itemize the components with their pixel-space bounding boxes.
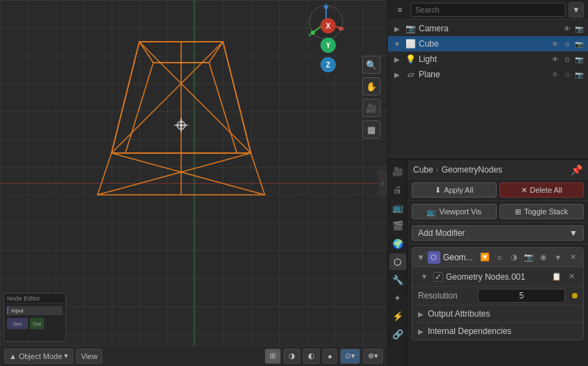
outliner-item-plane[interactable]: ▶ ▱ Plane 👁 ⊙ 📷 [388, 67, 588, 82]
breadcrumb-modifier[interactable]: GeometryNodes [442, 165, 502, 175]
modifier-close-btn[interactable]: ✕ [566, 251, 579, 264]
svg-point-25 [324, 5, 328, 9]
svg-line-10 [98, 153, 251, 195]
sub-modifier-name: Geometry Nodes.001 [446, 272, 548, 282]
modifier-render-btn[interactable]: 📷 [523, 251, 535, 264]
modifier-header-name: Geom... [443, 253, 476, 262]
object-mode-btn[interactable]: ▲ Object Mode ▾ [4, 349, 73, 364]
magnify-btn[interactable]: 🔍 [362, 56, 380, 74]
modifier-expand-btn[interactable]: ▼ [552, 251, 564, 264]
svg-line-8 [111, 42, 223, 153]
cube-vis-icon[interactable]: 👁 [550, 39, 560, 49]
view-menu-btn[interactable]: View [76, 349, 102, 364]
outliner-item-light[interactable]: ▶ 💡 Light 👁 ⊙ 📷 [388, 51, 588, 67]
resolution-value[interactable]: 5 [478, 289, 565, 303]
object-mode-label: Object Mode [19, 352, 62, 360]
cube-icon: ⬜ [405, 38, 416, 49]
viewport-right-toolbar: 🔍 ✋ 🎥 ▦ [362, 56, 380, 138]
modifier-collapse-arrow[interactable]: ▼ [417, 253, 425, 262]
output-attributes-header[interactable]: ▶ Output Attributes [412, 305, 583, 322]
sub-mod-toggle[interactable]: ▼ [418, 273, 431, 280]
sub-mod-close-btn[interactable]: ✕ [565, 271, 578, 283]
outliner-search-input[interactable] [410, 3, 566, 17]
mini-node-input: Input [7, 306, 63, 315]
light-icon: 💡 [405, 54, 416, 65]
axis-y-circle[interactable]: Y [320, 38, 336, 53]
modifier-realtime-btn[interactable]: ◑ [508, 251, 520, 264]
outliner-menu-btn[interactable]: ≡ [392, 2, 408, 17]
grab-btn[interactable]: ✋ [362, 77, 380, 95]
delete-all-btn[interactable]: ✕ Delete All [500, 182, 585, 198]
breadcrumb-pin-icon[interactable]: 📌 [571, 164, 582, 175]
viewport-3d[interactable]: Z X Y X Y Z 🔍 ✋ 🎥 ▦ ‹ Node Editor Input … [0, 0, 387, 366]
add-modifier-btn[interactable]: Add Modifier ▼ [412, 225, 584, 241]
prop-modifier-icon[interactable]: 🔧 [389, 271, 406, 288]
transform-gizmo[interactable]: X Y Z [320, 18, 336, 72]
sub-mod-copy-btn[interactable]: 📋 [550, 271, 563, 283]
light-render-icon[interactable]: 📷 [574, 54, 584, 64]
prop-view-icon[interactable]: 📺 [389, 199, 406, 216]
prop-world-icon[interactable]: 🌍 [389, 235, 406, 252]
panel-collapse-arrow[interactable]: ‹ [378, 169, 387, 197]
plane-vis-icon[interactable]: 👁 [550, 70, 560, 79]
plane-icon: ▱ [405, 69, 416, 80]
light-item-icons: 👁 ⊙ 📷 [550, 54, 584, 64]
delete-all-label: Delete All [530, 186, 562, 194]
svg-point-27 [311, 31, 315, 35]
output-attributes-section: ▶ Output Attributes [412, 305, 583, 322]
camera-item-icons: 👁 📷 [562, 24, 584, 33]
delete-all-icon: ✕ [521, 186, 527, 195]
internal-dependencies-header[interactable]: ▶ Internal Dependencies [412, 323, 583, 340]
modifier-pin-btn[interactable]: ◉ [537, 251, 550, 264]
apply-all-btn[interactable]: ⬇ Apply All [412, 182, 497, 198]
object-mode-arrow: ▾ [64, 351, 68, 360]
modifier-dropdown-btn[interactable]: 🔽 [479, 251, 491, 264]
viewport-shading-mat[interactable]: ◐ [303, 349, 320, 364]
properties-panel: 🎥 🖨 📺 🎬 🌍 ⬡ 🔧 ✦ ⚡ 🔗 Cube › GeometryNodes… [388, 160, 588, 366]
prop-constraints-icon[interactable]: 🔗 [389, 326, 406, 342]
plane-filter-icon[interactable]: ⊙ [562, 70, 572, 79]
expand-arrow-plane: ▶ [392, 70, 402, 79]
sub-mod-checkbox[interactable]: ✓ [433, 272, 443, 282]
modifier-list-btn[interactable]: ≡ [493, 251, 506, 264]
outliner-item-cube[interactable]: ▼ ⬜ Cube 👁 ⊙ 📷 [388, 36, 588, 51]
prop-particles-icon[interactable]: ✦ [389, 289, 406, 306]
axis-z-circle[interactable]: Z [320, 57, 336, 72]
cube-filter-icon[interactable]: ⊙ [562, 39, 572, 49]
svg-line-4 [223, 42, 251, 153]
modifier-header-icons: 🔽 ≡ ◑ 📷 ◉ ▼ ✕ [479, 251, 579, 264]
resolution-keyframe-dot [572, 293, 578, 299]
outliner-item-camera[interactable]: ▶ 📷 Camera 👁 📷 [388, 21, 588, 36]
outliner-header: ≡ ▼ [388, 0, 588, 19]
outliner-filter-btn[interactable]: ▼ [568, 2, 584, 17]
light-filter-icon[interactable]: ⊙ [562, 54, 572, 64]
viewport-vis-btn[interactable]: 📺 Viewport Vis [412, 204, 497, 219]
axis-x-circle[interactable]: X [320, 18, 336, 33]
overlays-btn[interactable]: ⊙▾ [340, 349, 360, 364]
viewport-shading-solid[interactable]: ◑ [284, 349, 300, 364]
prop-physics-icon[interactable]: ⚡ [389, 308, 406, 324]
expand-arrow-light: ▶ [392, 54, 402, 64]
breadcrumb-object[interactable]: Cube [413, 165, 433, 175]
camera-render-icon[interactable]: 📷 [574, 24, 584, 33]
camera-fly-btn[interactable]: 🎥 [362, 99, 380, 117]
plane-render-icon[interactable]: 📷 [574, 70, 584, 79]
mini-node-geonode: Geo [7, 318, 28, 329]
svg-line-7 [139, 42, 251, 153]
prop-output-icon[interactable]: 🖨 [389, 181, 406, 198]
add-modifier-label: Add Modifier [418, 228, 465, 238]
light-vis-icon[interactable]: 👁 [550, 54, 560, 64]
grid-btn[interactable]: ▦ [362, 120, 380, 138]
modifier-card-geom: ▼ ⬡ Geom... 🔽 ≡ ◑ 📷 ◉ ▼ ✕ ▼ [412, 247, 584, 340]
camera-vis-icon[interactable]: 👁 [562, 24, 572, 33]
prop-object-icon[interactable]: ⬡ [389, 253, 406, 270]
viewport-shading-render[interactable]: ● [323, 349, 337, 364]
cube-render-icon[interactable]: 📷 [574, 39, 584, 49]
prop-scene-icon[interactable]: 🎬 [389, 217, 406, 234]
svg-point-26 [339, 26, 343, 31]
mini-node-editor[interactable]: Node Editor Input Geo Out [3, 293, 66, 342]
viewport-shading-wire[interactable]: ⊞ [265, 349, 281, 364]
gizmos-btn[interactable]: ⊕▾ [363, 349, 383, 364]
prop-render-icon[interactable]: 🎥 [389, 163, 406, 180]
toggle-stack-btn[interactable]: ⊞ Toggle Stack [500, 204, 585, 219]
